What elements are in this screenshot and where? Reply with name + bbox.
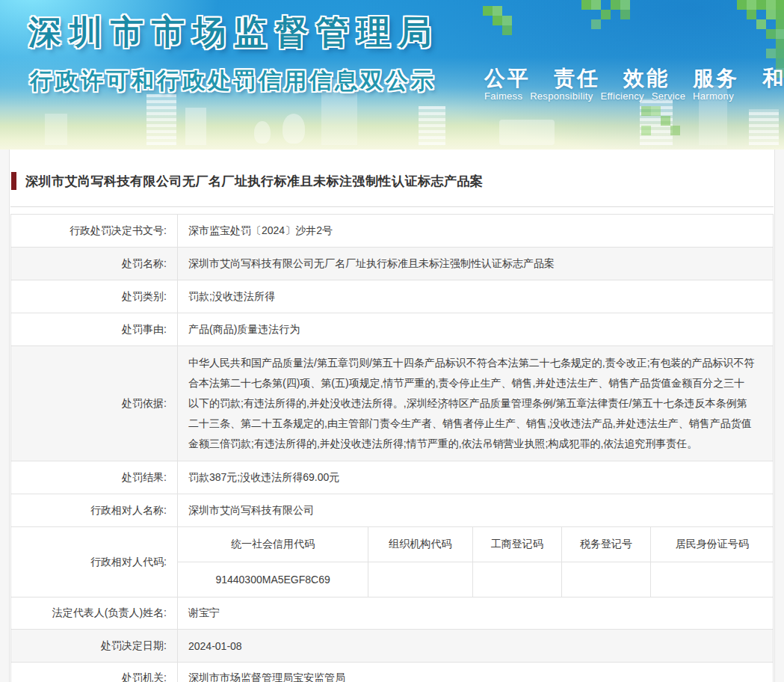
row-label: 行政相对人代码: bbox=[11, 527, 178, 597]
pixel-decoration bbox=[641, 106, 651, 116]
row-label: 处罚名称: bbox=[11, 248, 178, 280]
row-value: 深圳市市场监督管理局宝安监管局 bbox=[178, 663, 774, 682]
row-label: 处罚机关: bbox=[11, 663, 178, 682]
code-value bbox=[472, 562, 561, 597]
page-title: 深圳市艾尚写科技有限公司无厂名厂址执行标准且未标注强制性认证标志产品案 bbox=[25, 173, 484, 190]
row-label: 处罚结果: bbox=[11, 461, 178, 494]
row-value: 罚款387元;没收违法所得69.00元 bbox=[178, 461, 774, 494]
pixel-decoration bbox=[483, 6, 493, 16]
table-row-party-codes: 行政相对人代码: 统一社会信用代码 组织机构代码 工商登记码 税务登记号 居民身… bbox=[11, 527, 774, 597]
site-subtitle: 行政许可和行政处罚信用信息双公示 bbox=[30, 66, 436, 96]
table-row: 处罚依据: 中华人民共和国产品质量法/第五章罚则/第五十四条产品标识不符合本法第… bbox=[11, 346, 774, 461]
row-value: 产品(商品)质量违法行为 bbox=[178, 313, 774, 346]
code-header: 居民身份证号码 bbox=[651, 527, 773, 562]
party-codes-cell: 统一社会信用代码 组织机构代码 工商登记码 税务登记号 居民身份证号码 9144… bbox=[178, 527, 774, 597]
site-title: 深圳市市场监督管理局 bbox=[28, 10, 439, 55]
row-label: 行政处罚决定书文号: bbox=[11, 215, 178, 248]
code-header: 税务登记号 bbox=[561, 527, 650, 562]
penalty-info-table: 行政处罚决定书文号: 深市监宝处罚〔2024〕沙井2号 处罚名称: 深圳市艾尚写… bbox=[10, 214, 774, 682]
row-value: 中华人民共和国产品质量法/第五章罚则/第五十四条产品标识不符合本法第二十七条规定… bbox=[178, 346, 774, 461]
row-value: 深圳市艾尚写科技有限公司 bbox=[178, 494, 774, 527]
row-value: 深市监宝处罚〔2024〕沙井2号 bbox=[178, 215, 774, 248]
table-row: 处罚事由: 产品(商品)质量违法行为 bbox=[11, 313, 774, 346]
row-value: 2024-01-08 bbox=[178, 630, 774, 663]
row-label: 处罚决定日期: bbox=[11, 630, 178, 663]
table-row: 法定代表人(负责人)姓名: 谢宝宁 bbox=[11, 597, 774, 630]
code-value bbox=[368, 562, 472, 597]
pixel-decoration bbox=[581, 0, 591, 10]
content-area: 深圳市艾尚写科技有限公司无厂名厂址执行标准且未标注强制性认证标志产品案 行政处罚… bbox=[9, 150, 775, 682]
table-row: 处罚名称: 深圳市艾尚写科技有限公司无厂名厂址执行标准且未标注强制性认证标志产品… bbox=[11, 248, 774, 280]
table-row: 处罚机关: 深圳市市场监督管理局宝安监管局 bbox=[11, 663, 774, 682]
table-row: 行政相对人名称: 深圳市艾尚写科技有限公司 bbox=[11, 494, 774, 527]
codes-header-row: 统一社会信用代码 组织机构代码 工商登记码 税务登记号 居民身份证号码 bbox=[178, 527, 773, 562]
slogan-chinese: 公平 责任 效能 服务 和谐 bbox=[484, 64, 784, 93]
table-row: 处罚决定日期: 2024-01-08 bbox=[11, 630, 774, 663]
case-title-bar: 深圳市艾尚写科技有限公司无厂名厂址执行标准且未标注强制性认证标志产品案 bbox=[10, 150, 774, 207]
title-accent-bar bbox=[11, 172, 16, 190]
table-row: 处罚结果: 罚款387元;没收违法所得69.00元 bbox=[11, 461, 774, 494]
code-header: 工商登记码 bbox=[472, 527, 561, 562]
code-header: 统一社会信用代码 bbox=[178, 527, 368, 562]
pixel-decoration bbox=[737, 0, 747, 10]
code-value bbox=[651, 562, 773, 597]
slogan-english: Faimess Responsibility Efficiency Servic… bbox=[484, 90, 734, 102]
party-codes-table: 统一社会信用代码 组织机构代码 工商登记码 税务登记号 居民身份证号码 9144… bbox=[178, 527, 773, 597]
row-label: 处罚事由: bbox=[11, 313, 178, 346]
row-value: 深圳市艾尚写科技有限公司无厂名厂址执行标准且未标注强制性认证标志产品案 bbox=[178, 248, 774, 280]
row-value: 罚款;没收违法所得 bbox=[178, 280, 774, 313]
row-label: 法定代表人(负责人)姓名: bbox=[11, 597, 178, 630]
row-label: 处罚依据: bbox=[11, 346, 178, 461]
code-value bbox=[561, 562, 650, 597]
code-value: 91440300MA5EGF8C69 bbox=[178, 562, 368, 597]
codes-value-row: 91440300MA5EGF8C69 bbox=[178, 562, 773, 597]
site-banner: 深圳市市场监督管理局 行政许可和行政处罚信用信息双公示 公平 责任 效能 服务 … bbox=[0, 0, 784, 150]
code-header: 组织机构代码 bbox=[368, 527, 472, 562]
table-row: 行政处罚决定书文号: 深市监宝处罚〔2024〕沙井2号 bbox=[11, 215, 774, 248]
row-label: 处罚类别: bbox=[11, 280, 178, 313]
row-value: 谢宝宁 bbox=[178, 597, 774, 630]
row-label: 行政相对人名称: bbox=[11, 494, 178, 527]
table-row: 处罚类别: 罚款;没收违法所得 bbox=[11, 280, 774, 313]
